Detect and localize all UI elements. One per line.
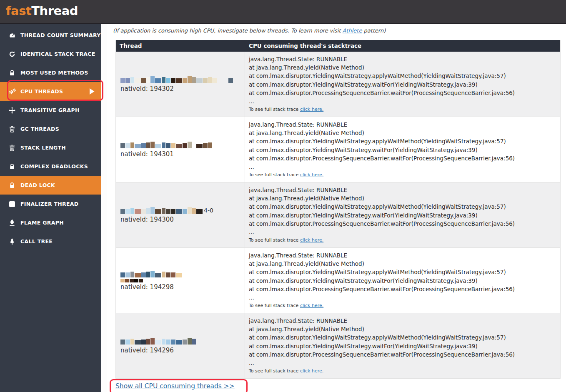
sidebar-item-label: DEAD LOCK — [20, 182, 55, 188]
stack-line: at com.lmax.disruptor.YieldingWaitStrate… — [249, 146, 556, 154]
sidebar-item-label: GC THREADS — [20, 126, 59, 132]
stack-line: at com.lmax.disruptor.YieldingWaitStrate… — [249, 277, 556, 285]
native-id: nativeId: 194296 — [120, 347, 245, 354]
sidebar-item-label: THREAD COUNT SUMMARY — [20, 32, 101, 38]
trash-icon — [8, 126, 17, 132]
redacted-thread-name-2 — [120, 279, 245, 282]
col-header-thread: Thread — [116, 42, 245, 49]
native-id: nativeId: 194302 — [120, 85, 245, 92]
redacted-thread-name — [120, 337, 245, 345]
stack-line: java.lang.Thread.State: RUNNABLE — [249, 55, 556, 63]
click-here-link[interactable]: click here. — [300, 237, 323, 243]
stack-line: at java.lang.Thread.yield(Native Method) — [249, 260, 556, 268]
move-icon — [8, 107, 17, 114]
redacted-thread-name — [120, 76, 245, 83]
sidebar-item-identical-stack-trace[interactable]: IDENTICAL STACK TRACE — [0, 45, 101, 63]
sidebar-item-stack-length[interactable]: STACK LENGTH — [0, 138, 101, 157]
sidebar-item-transitive-graph[interactable]: TRANSITIVE GRAPH — [0, 101, 101, 120]
thread-name-suffix: 4-0 — [204, 207, 213, 214]
sidebar-item-flame-graph[interactable]: FLAME GRAPH — [0, 213, 101, 232]
click-here-link[interactable]: click here. — [300, 107, 323, 112]
lock-icon — [8, 182, 17, 189]
native-id: nativeId: 194298 — [120, 283, 245, 291]
play-arrow-icon — [90, 88, 95, 96]
logo-thread: Thread — [31, 4, 78, 18]
see-full-trace: To see full stack trace click here. — [249, 107, 556, 112]
sidebar-item-label: TRANSITIVE GRAPH — [20, 107, 80, 113]
stack-line: at com.lmax.disruptor.ProcessingSequence… — [249, 89, 556, 97]
stack-line: java.lang.Thread.State: RUNNABLE — [249, 120, 556, 129]
stack-ellipsis: ... — [249, 162, 556, 171]
stack-line: at com.lmax.disruptor.YieldingWaitStrate… — [249, 333, 556, 342]
sidebar-item-cpu-threads[interactable]: CPU THREADS — [0, 82, 101, 101]
app-logo[interactable]: fastThread — [6, 4, 78, 18]
stack-line: at java.lang.Thread.yield(Native Method) — [249, 63, 556, 72]
sidebar-item-finalizer-thread[interactable]: FINALIZER THREAD — [0, 195, 101, 213]
lock-icon — [8, 163, 17, 170]
stack-line: at com.lmax.disruptor.ProcessingSequence… — [249, 154, 556, 162]
sidebar-item-label: CALL TREE — [20, 238, 53, 245]
square-icon — [8, 201, 17, 207]
tachometer-icon — [8, 32, 17, 39]
stack-line: at com.lmax.disruptor.YieldingWaitStrate… — [249, 342, 556, 350]
sidebar: THREAD COUNT SUMMARY IDENTICAL STACK TRA… — [0, 24, 101, 392]
sidebar-gutter — [101, 24, 107, 392]
stack-line: at com.lmax.disruptor.YieldingWaitStrate… — [249, 211, 556, 220]
click-here-link[interactable]: click here. — [300, 172, 323, 177]
sidebar-item-label: COMPLEX DEADLOCKS — [20, 163, 88, 170]
redacted-thread-name — [120, 141, 245, 148]
see-full-prefix: To see full stack trace — [249, 172, 298, 177]
stack-line: at java.lang.Thread.yield(Native Method) — [249, 325, 556, 333]
athlete-link[interactable]: Athlete — [343, 27, 362, 34]
see-full-trace: To see full stack trace click here. — [249, 237, 556, 243]
main-content: (If application is consuming high CPU, i… — [107, 24, 566, 392]
stacktrace-cell: java.lang.Thread.State: RUNNABLE at java… — [245, 313, 560, 378]
thread-cell: nativeId: 194302 — [116, 52, 245, 117]
sidebar-item-label: MOST USED METHODS — [20, 70, 88, 76]
table-row: nativeId: 194298 java.lang.Thread.State:… — [116, 248, 560, 313]
stack-line: java.lang.Thread.State: RUNNABLE — [249, 186, 556, 194]
click-here-link[interactable]: click here. — [300, 368, 323, 374]
thread-cell: nativeId: 194298 — [116, 248, 245, 313]
show-all-cpu-threads-link[interactable]: Show all CPU consuming threads >> — [115, 382, 235, 390]
flame-icon — [8, 219, 17, 226]
cpu-threads-table: Thread CPU consuming thread's stacktrace… — [115, 40, 561, 379]
click-here-link[interactable]: click here. — [300, 303, 323, 308]
col-header-stacktrace: CPU consuming thread's stacktrace — [245, 42, 560, 49]
stack-line: at com.lmax.disruptor.YieldingWaitStrate… — [249, 137, 556, 145]
sidebar-item-complex-deadlocks[interactable]: COMPLEX DEADLOCKS — [0, 157, 101, 176]
sidebar-item-call-tree[interactable]: CALL TREE — [0, 232, 101, 251]
sidebar-item-dead-lock[interactable]: DEAD LOCK — [0, 176, 101, 195]
refresh-icon — [8, 51, 17, 57]
sidebar-item-label: STACK LENGTH — [20, 145, 66, 151]
see-full-trace: To see full stack trace click here. — [249, 368, 556, 374]
stack-line: at com.lmax.disruptor.ProcessingSequence… — [249, 350, 556, 359]
note-suffix: pattern) — [362, 27, 386, 34]
table-row: nativeId: 194296 java.lang.Thread.State:… — [116, 313, 560, 379]
sidebar-item-label: FINALIZER THREAD — [20, 201, 79, 207]
table-row: nativeId: 194301 java.lang.Thread.State:… — [116, 117, 560, 182]
thread-cell: 4-0 nativeId: 194300 — [116, 182, 245, 247]
see-full-trace: To see full stack trace click here. — [249, 303, 556, 308]
stacktrace-cell: java.lang.Thread.State: RUNNABLE at java… — [245, 117, 560, 182]
note-prefix: (If application is consuming high CPU, i… — [113, 27, 343, 34]
logo-fast: fast — [6, 4, 31, 18]
redacted-thread-name: 4-0 — [120, 207, 245, 214]
top-bar: fastThread — [0, 0, 566, 24]
stack-line: at java.lang.Thread.yield(Native Method) — [249, 194, 556, 202]
see-full-prefix: To see full stack trace — [249, 303, 298, 308]
gears-icon — [8, 88, 17, 95]
cpu-note: (If application is consuming high CPU, i… — [113, 27, 566, 34]
table-row: nativeId: 194302 java.lang.Thread.State:… — [116, 52, 560, 117]
sidebar-item-label: CPU THREADS — [20, 88, 63, 95]
stack-line: at com.lmax.disruptor.YieldingWaitStrate… — [249, 202, 556, 211]
stack-line: java.lang.Thread.State: RUNNABLE — [249, 317, 556, 325]
see-full-prefix: To see full stack trace — [249, 107, 298, 112]
native-id: nativeId: 194301 — [120, 150, 245, 158]
sidebar-item-thread-count-summary[interactable]: THREAD COUNT SUMMARY — [0, 26, 101, 45]
sidebar-item-gc-threads[interactable]: GC THREADS — [0, 120, 101, 138]
stacktrace-cell: java.lang.Thread.State: RUNNABLE at java… — [245, 182, 560, 247]
table-row: 4-0 nativeId: 194300 java.lang.Thread.St… — [116, 182, 560, 248]
stack-line: at com.lmax.disruptor.ProcessingSequence… — [249, 220, 556, 228]
sidebar-item-most-used-methods[interactable]: MOST USED METHODS — [0, 63, 101, 82]
